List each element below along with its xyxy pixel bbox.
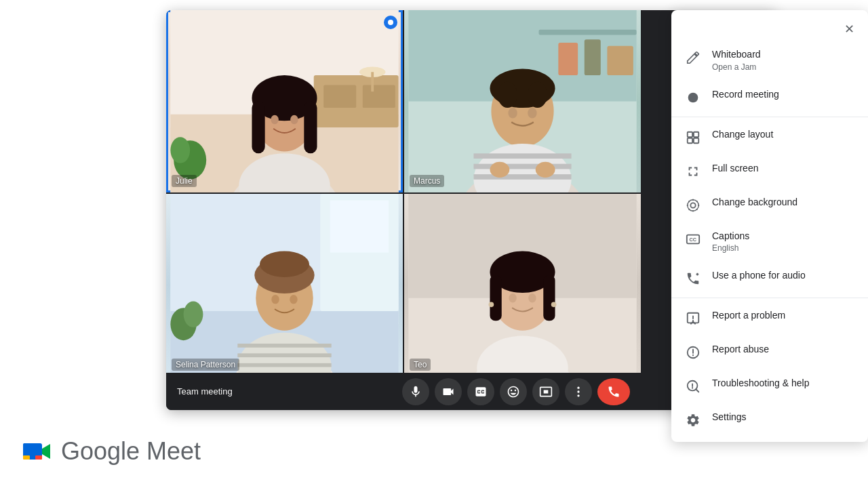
svg-point-36: [508, 108, 517, 118]
svg-rect-81: [694, 131, 698, 136]
menu-item-record[interactable]: Record meeting: [671, 80, 868, 114]
divider-1: [671, 117, 868, 117]
report-abuse-text: Report abuse: [712, 343, 769, 357]
menu-item-fullscreen[interactable]: Full screen: [671, 154, 868, 188]
fullscreen-text: Full screen: [712, 162, 758, 176]
phone-text: Use a phone for audio: [712, 269, 806, 283]
edit-icon: [685, 49, 701, 66]
menu-item-settings[interactable]: Settings: [671, 403, 868, 436]
more-options-menu: ✕ Whiteboard Open a Jam Record meeting: [671, 10, 868, 442]
background-text: Change background: [712, 196, 797, 209]
meeting-title-label: Team meeting: [177, 386, 233, 396]
speaker-icon: [387, 18, 395, 26]
divider-2: [671, 298, 868, 298]
layout-icon: [685, 129, 701, 146]
phone-svg: [686, 271, 701, 286]
record-icon: [685, 89, 701, 106]
phone-label: Use a phone for audio: [712, 269, 806, 283]
menu-item-whiteboard[interactable]: Whiteboard Open a Jam: [671, 40, 868, 80]
more-options-button[interactable]: [565, 378, 592, 405]
microphone-icon: [409, 385, 422, 399]
svg-point-56: [290, 295, 298, 304]
troubleshoot-icon: [685, 378, 701, 394]
present-icon: [539, 385, 553, 399]
svg-point-79: [688, 92, 698, 102]
settings-icon: [685, 412, 701, 428]
layout-svg: [686, 130, 701, 145]
participant-1-video: [166, 10, 403, 192]
svg-rect-41: [473, 174, 571, 180]
svg-rect-9: [323, 85, 356, 108]
more-options-icon: [572, 385, 585, 399]
video-tile-2: Marcus: [404, 10, 641, 192]
svg-point-71: [528, 293, 536, 302]
microphone-button[interactable]: [402, 378, 429, 405]
video-tile-4: Teo: [404, 194, 641, 376]
fullscreen-label: Full screen: [712, 162, 758, 176]
svg-rect-30: [607, 46, 633, 75]
fullscreen-svg: [686, 164, 701, 179]
svg-text:CC: CC: [690, 236, 697, 242]
participant-2-video: [404, 10, 641, 192]
participant-4-video: [404, 194, 641, 376]
settings-svg: [686, 413, 701, 428]
captions-icon-ctrl: [474, 385, 488, 399]
participant-4-name: Teo: [410, 359, 431, 371]
whiteboard-label: Whiteboard: [712, 48, 761, 62]
camera-button[interactable]: [435, 378, 462, 405]
svg-rect-75: [544, 390, 549, 393]
layout-label: Change layout: [712, 128, 773, 142]
record-text: Record meeting: [712, 88, 779, 102]
background-svg: [686, 198, 701, 213]
report-abuse-icon: [685, 344, 701, 361]
svg-rect-59: [237, 353, 331, 357]
svg-point-14: [170, 137, 190, 163]
svg-point-77: [577, 390, 579, 392]
present-button[interactable]: [532, 378, 559, 405]
report-problem-label: Report a problem: [712, 309, 785, 323]
svg-rect-48: [330, 201, 389, 253]
svg-rect-40: [473, 164, 571, 169]
troubleshoot-label: Troubleshooting & help: [712, 377, 809, 390]
menu-item-captions[interactable]: CC Captions English: [671, 222, 868, 262]
menu-item-report-abuse[interactable]: Report abuse: [671, 335, 868, 369]
svg-point-78: [577, 394, 579, 396]
camera-icon: [441, 385, 455, 399]
video-tile-3: Selina Patterson: [166, 194, 403, 376]
settings-label: Settings: [712, 411, 747, 424]
menu-item-troubleshoot[interactable]: Troubleshooting & help: [671, 369, 868, 403]
reactions-button[interactable]: [500, 378, 527, 405]
troubleshoot-text: Troubleshooting & help: [712, 377, 809, 390]
menu-item-background[interactable]: Change background: [671, 188, 868, 222]
report-problem-svg: [686, 311, 701, 326]
video-tile-1: Julie: [166, 10, 403, 192]
menu-item-layout[interactable]: Change layout: [671, 120, 868, 154]
control-bar: Team meeting: [166, 373, 641, 410]
whiteboard-text: Whiteboard Open a Jam: [712, 48, 761, 72]
captions-button[interactable]: [467, 378, 494, 405]
menu-close-button[interactable]: ✕: [838, 18, 860, 40]
captions-sublabel: English: [712, 243, 749, 253]
background-label: Change background: [712, 196, 797, 209]
svg-point-54: [260, 251, 309, 277]
svg-rect-3: [23, 455, 30, 460]
report-abuse-label: Report abuse: [712, 343, 769, 357]
report-abuse-svg: [686, 345, 701, 360]
participant-3-video: [166, 194, 403, 376]
participant-3-name: Selina Patterson: [172, 359, 239, 371]
menu-item-report-problem[interactable]: Report a problem: [671, 301, 868, 335]
captions-text: Captions English: [712, 230, 749, 253]
menu-item-phone[interactable]: Use a phone for audio: [671, 261, 868, 295]
svg-point-72: [489, 302, 494, 307]
captions-label: Captions: [712, 230, 749, 243]
svg-rect-60: [237, 363, 331, 367]
svg-point-84: [690, 203, 695, 207]
svg-rect-19: [304, 102, 317, 154]
end-call-button[interactable]: [597, 378, 630, 405]
captions-menu-icon: CC: [685, 231, 701, 247]
google-meet-logo: [20, 435, 53, 468]
svg-rect-68: [490, 275, 501, 321]
active-speaker-indicator: [384, 16, 397, 29]
svg-point-43: [536, 162, 555, 178]
settings-text: Settings: [712, 411, 747, 424]
